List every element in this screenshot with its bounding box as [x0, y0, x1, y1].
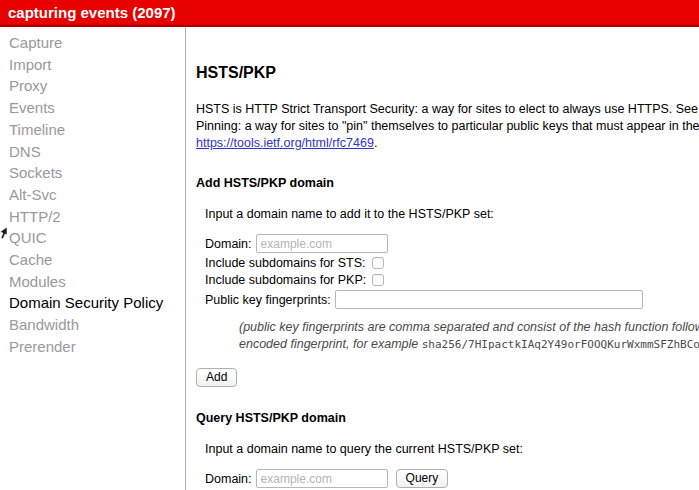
add-button-row: Add	[196, 367, 699, 387]
sidebar-item-import[interactable]: Import	[0, 54, 185, 76]
intro-line-1-text: HSTS is HTTP Strict Transport Security: …	[196, 102, 699, 116]
sidebar-item-domain-security-policy[interactable]: Domain Security Policy	[0, 292, 185, 314]
pkp-subdomains-label: Include subdomains for PKP:	[205, 273, 366, 287]
sidebar-item-modules[interactable]: Modules	[0, 271, 185, 293]
intro-line-3-suffix: .	[374, 136, 377, 150]
sts-subdomains-checkbox[interactable]	[372, 257, 384, 269]
sidebar-item-dns[interactable]: DNS	[0, 141, 185, 163]
intro-line-3: https://tools.ietf.org/html/rfc7469.	[196, 135, 699, 152]
add-button[interactable]: Add	[196, 368, 237, 387]
query-domain-input[interactable]	[256, 469, 388, 488]
query-hsts-pkp-heading: Query HSTS/PKP domain	[196, 411, 699, 425]
add-form: Domain: Include subdomains for STS: Incl…	[205, 234, 699, 309]
query-instruction: Input a domain name to query the current…	[205, 442, 699, 456]
sidebar-item-events[interactable]: Events	[0, 97, 185, 119]
sidebar-item-sockets[interactable]: Sockets	[0, 162, 185, 184]
sts-subdomains-label: Include subdomains for STS:	[205, 256, 366, 270]
query-domain-label: Domain:	[205, 472, 252, 486]
fingerprints-input[interactable]	[335, 290, 643, 309]
query-section-body: Input a domain name to query the current…	[205, 442, 699, 488]
sidebar-item-capture[interactable]: Capture	[0, 32, 185, 54]
sidebar-item-timeline[interactable]: Timeline	[0, 119, 185, 141]
sidebar: Capture Import Proxy Events Timeline DNS…	[0, 27, 186, 490]
sidebar-item-quic[interactable]: QUIC	[0, 227, 185, 249]
intro-line-2: Pinning: a way for sites to "pin" themse…	[196, 118, 699, 135]
add-domain-label: Domain:	[205, 237, 252, 251]
domain-security-policy-panel: HSTS/PKP HSTS is HTTP Strict Transport S…	[186, 27, 699, 490]
query-button[interactable]: Query	[396, 469, 449, 488]
mouse-cursor-icon	[0, 226, 7, 240]
sidebar-item-http2[interactable]: HTTP/2	[0, 206, 185, 228]
intro-line-1: HSTS is HTTP Strict Transport Security: …	[196, 101, 699, 118]
note-line-2-example-fingerprint: sha256/7HIpactkIAq2Y49orFOOQKurWxmmSFZhB…	[422, 338, 699, 351]
fingerprints-note: (public key fingerprints are comma separ…	[239, 319, 699, 353]
page-layout: Capture Import Proxy Events Timeline DNS…	[0, 27, 699, 490]
sidebar-item-alt-svc[interactable]: Alt-Svc	[0, 184, 185, 206]
note-line-2-text: encoded fingerprint, for example	[239, 337, 422, 351]
add-domain-input[interactable]	[256, 234, 388, 253]
sidebar-item-bandwidth[interactable]: Bandwidth	[0, 314, 185, 336]
fingerprints-label: Public key fingerprints:	[205, 293, 331, 307]
query-form: Domain: Query	[205, 469, 699, 488]
add-instruction: Input a domain name to add it to the HST…	[205, 207, 699, 221]
pkp-subdomains-checkbox[interactable]	[372, 274, 384, 286]
add-section-body: Input a domain name to add it to the HST…	[205, 207, 699, 353]
note-line-2: encoded fingerprint, for example sha256/…	[239, 336, 699, 353]
sidebar-item-prerender[interactable]: Prerender	[0, 336, 185, 358]
query-domain-row: Domain: Query	[205, 469, 699, 488]
note-line-1: (public key fingerprints are comma separ…	[239, 319, 699, 336]
pkp-subdomains-row: Include subdomains for PKP:	[205, 273, 699, 287]
sts-subdomains-row: Include subdomains for STS:	[205, 256, 699, 270]
hsts-intro-paragraph: HSTS is HTTP Strict Transport Security: …	[196, 101, 699, 152]
hsts-pkp-heading: HSTS/PKP	[196, 64, 699, 82]
add-hsts-pkp-heading: Add HSTS/PKP domain	[196, 176, 699, 190]
add-domain-row: Domain:	[205, 234, 699, 253]
fingerprints-row: Public key fingerprints:	[205, 290, 699, 309]
sidebar-item-proxy[interactable]: Proxy	[0, 75, 185, 97]
intro-line-2-text: Pinning: a way for sites to "pin" themse…	[196, 119, 699, 133]
sidebar-item-cache[interactable]: Cache	[0, 249, 185, 271]
rfc7469-link[interactable]: https://tools.ietf.org/html/rfc7469	[196, 136, 374, 150]
capture-status-bar[interactable]: capturing events (2097)	[0, 0, 699, 27]
